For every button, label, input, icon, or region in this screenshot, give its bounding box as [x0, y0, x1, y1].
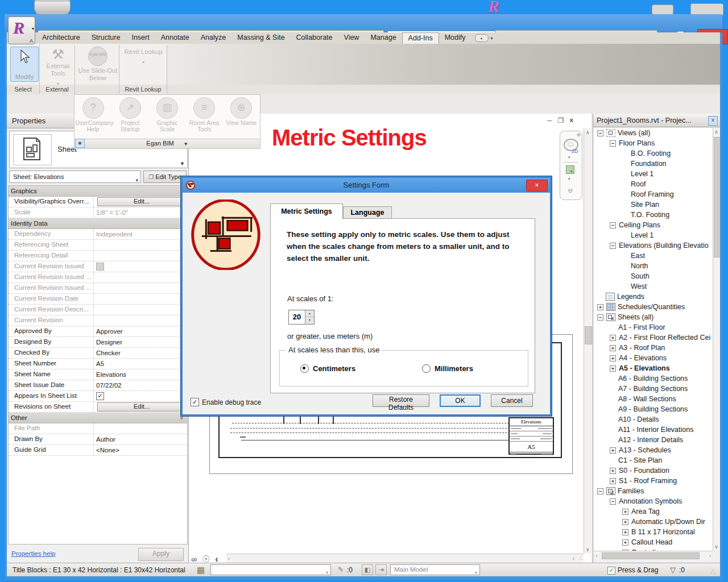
tree-item-a8-wall-sections[interactable]: A8 - Wall Sections: [594, 394, 713, 404]
restore-defaults-button[interactable]: Restore Defaults: [373, 394, 429, 407]
type-selector-dropdown-icon[interactable]: ▼: [180, 161, 185, 167]
wheel-dropdown-icon[interactable]: ▾: [568, 155, 570, 160]
dialog-titlebar[interactable]: Settings Form ×: [183, 178, 550, 193]
tree-item-site-plan[interactable]: Site Plan: [594, 199, 713, 210]
revit-lookup-panel-label[interactable]: Revit Lookup: [119, 85, 167, 94]
enable-debug-trace[interactable]: ✓ Enable debug trace: [191, 398, 261, 406]
view-close-icon[interactable]: ×: [569, 117, 573, 124]
scrollbar-thumb[interactable]: [585, 326, 592, 344]
vertical-scrollbar[interactable]: ∧ ∨: [584, 128, 592, 554]
tree-item-t-o-footing[interactable]: T.O. Footing: [594, 210, 713, 220]
revit-lookup-button[interactable]: Revit Lookup ▾: [121, 48, 166, 66]
slideout-item-project-startup[interactable]: ↗Project Startup: [113, 97, 148, 132]
scroll-left-icon[interactable]: ‹: [228, 556, 230, 562]
debug-checkbox[interactable]: ✓: [191, 398, 199, 406]
recycle-bin-icon[interactable]: [34, 0, 71, 16]
property-value[interactable]: Author: [94, 436, 187, 443]
scroll-left-icon[interactable]: ‹: [595, 553, 597, 559]
properties-help-link[interactable]: Properties help: [11, 550, 55, 557]
collapse-box-icon[interactable]: −: [597, 314, 603, 321]
ok-button[interactable]: OK: [440, 394, 481, 407]
property-value[interactable]: Edit...: [94, 402, 187, 411]
collapse-box-icon[interactable]: −: [597, 488, 603, 494]
tree-item-south[interactable]: South: [594, 271, 713, 281]
filter-icon[interactable]: ▽: [670, 566, 676, 574]
collapse-chevron-icon[interactable]: »: [179, 416, 185, 419]
tree-item-automatic-up-down-dir[interactable]: +Automatic Up/Down Dir: [594, 517, 713, 527]
external-panel-label[interactable]: External: [40, 85, 75, 94]
expand-box-icon[interactable]: +: [610, 478, 616, 484]
use-slideout-button[interactable]: Egan BIM Use Slide-Out Below: [77, 47, 118, 82]
property-section-identity-data[interactable]: Identity Data»: [9, 218, 187, 229]
property-value[interactable]: Checker: [94, 350, 187, 356]
level-line[interactable]: [230, 428, 547, 429]
collapse-box-icon[interactable]: −: [597, 130, 603, 136]
tree-item-a5-elevations[interactable]: +A5 - Elevations: [594, 363, 713, 373]
tree-item-roof-framing[interactable]: Roof Framing: [594, 189, 713, 199]
press-drag-checkbox[interactable]: ✓: [607, 567, 615, 575]
scale-value[interactable]: 20: [289, 310, 305, 324]
tree-item-sheets-all[interactable]: −Sheets (all): [594, 312, 713, 322]
tree-item-families[interactable]: −Families: [594, 486, 713, 496]
tab-insert[interactable]: Insert: [126, 32, 155, 44]
horizontal-scrollbar[interactable]: ‹ › ∴: [226, 554, 584, 563]
tree-item-roof[interactable]: Roof: [594, 179, 713, 189]
revit-desktop-icon[interactable]: R: [488, 0, 531, 14]
level-line[interactable]: [232, 423, 546, 423]
modify-button[interactable]: Modify: [10, 47, 39, 82]
expand-box-icon[interactable]: +: [597, 304, 603, 310]
resize-grip-icon[interactable]: ∴: [579, 556, 582, 562]
tree-item-north[interactable]: North: [594, 261, 713, 271]
tree-item-a3-roof-plan[interactable]: +A3 - Roof Plan: [594, 343, 713, 353]
titleblock[interactable]: Elevations A5: [508, 417, 554, 455]
tree-item-foundation[interactable]: Foundation: [594, 159, 713, 169]
tree-item-a13-schedules[interactable]: +A13 - Schedules: [594, 445, 713, 455]
tree-item-elevations-building-elevatio[interactable]: −Elevations (Building Elevatio: [594, 240, 713, 251]
radio-millimeters[interactable]: Millimeters: [422, 364, 473, 373]
tab-architecture[interactable]: Architecture: [36, 32, 86, 44]
tree-item-floor-plans[interactable]: −Floor Plans: [594, 138, 713, 148]
tree-item-level-1[interactable]: Level 1: [594, 230, 713, 240]
slideout-item-view-name[interactable]: ⊕View Name: [224, 97, 259, 132]
navbar-close-icon[interactable]: ⊗: [576, 132, 581, 138]
property-value[interactable]: Independent: [94, 231, 187, 238]
scale-spinner[interactable]: 20 ▴ ▾: [288, 310, 315, 325]
design-option-combo[interactable]: Main Model ▾: [390, 564, 480, 575]
scrollbar-thumb[interactable]: [602, 552, 700, 559]
slideout-footer[interactable]: Egan BIM ▼ ◉: [75, 139, 260, 148]
scroll-right-icon[interactable]: ›: [573, 556, 574, 562]
property-section-graphics[interactable]: Graphics»: [9, 186, 187, 197]
property-value[interactable]: Designer: [94, 339, 187, 346]
tab-add-ins[interactable]: Add-Ins: [402, 32, 439, 44]
expand-box-icon[interactable]: +: [610, 468, 616, 474]
expand-box-icon[interactable]: +: [610, 447, 616, 454]
tree-item-east[interactable]: East: [594, 251, 713, 261]
property-value[interactable]: 1/8" = 1'-0": [94, 209, 187, 216]
editable-only-icon[interactable]: ✎: [338, 566, 344, 573]
tree-item-a7-building-sections[interactable]: A7 - Building Sections: [594, 384, 713, 394]
collapse-box-icon[interactable]: −: [610, 140, 616, 147]
property-value[interactable]: Elevations: [94, 371, 187, 378]
tree-item-annotation-symbols[interactable]: −Annotation Symbols: [594, 496, 713, 506]
tree-item-b-11-x-17-horizontal[interactable]: +B 11 x 17 Horizontal: [594, 527, 713, 537]
tab-modify[interactable]: Modify: [439, 32, 471, 44]
tab-manage[interactable]: Manage: [365, 32, 402, 44]
tab-annotate[interactable]: Annotate: [155, 32, 195, 44]
tree-item-a1-first-floor[interactable]: A1 - First Floor: [594, 322, 713, 332]
scroll-up-icon[interactable]: ∧: [586, 130, 590, 135]
tree-item-legends[interactable]: Legends: [594, 292, 713, 302]
dialog-close-button[interactable]: ×: [526, 180, 548, 192]
property-value[interactable]: Approver: [94, 328, 187, 335]
tab-analyze[interactable]: Analyze: [195, 32, 231, 44]
worksharing-icon[interactable]: ▦: [197, 565, 205, 575]
tab-metric-settings[interactable]: Metric Settings: [270, 203, 343, 219]
instance-selector[interactable]: Sheet: Elevations ▾: [9, 171, 141, 183]
expand-box-icon[interactable]: +: [622, 509, 628, 515]
checkbox-checked[interactable]: ✓: [96, 392, 104, 400]
tree-item-area-tag[interactable]: +Area Tag: [594, 506, 713, 517]
property-value[interactable]: <None>: [94, 447, 187, 454]
edit-button[interactable]: Edit...: [97, 402, 186, 411]
tree-item-a6-building-sections[interactable]: A6 - Building Sections: [594, 373, 713, 384]
collapse-box-icon[interactable]: −: [610, 498, 616, 505]
edit-button[interactable]: Edit...: [97, 197, 186, 206]
